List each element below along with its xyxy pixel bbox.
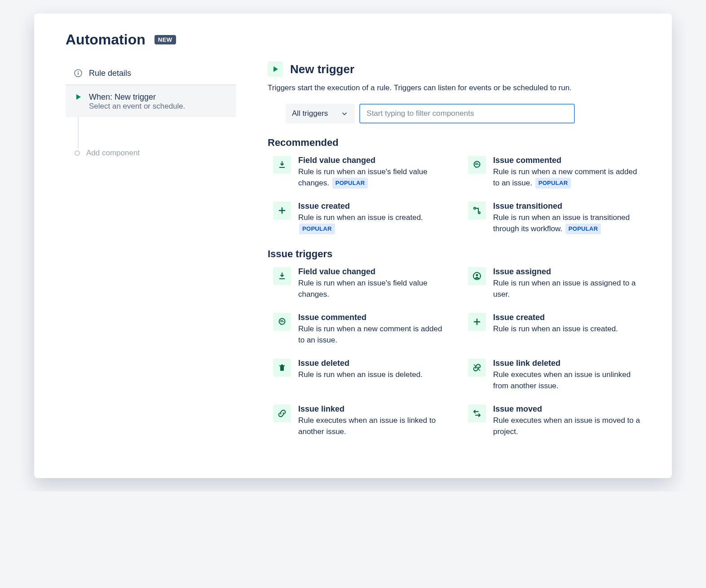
trigger-option[interactable]: Issue commented Rule is run when a new c…	[273, 313, 450, 346]
trigger-option[interactable]: Issue created Rule is run when an issue …	[273, 202, 450, 235]
plus-icon	[468, 313, 486, 331]
component-search-input[interactable]	[359, 104, 575, 123]
sidebar: Rule details When: New trigger Select an…	[66, 61, 236, 451]
trigger-description: Rule is run when a new comment is added …	[298, 323, 450, 346]
chevron-down-icon	[340, 110, 349, 118]
info-icon	[74, 69, 83, 78]
trigger-option[interactable]: Field value changed Rule is run when an …	[273, 156, 450, 189]
circle-icon	[75, 150, 80, 156]
trigger-filter-dropdown[interactable]: All triggers	[286, 104, 355, 123]
trigger-description: Rule is run when an issue is transitione…	[493, 212, 645, 235]
trigger-title: When: New trigger	[89, 92, 228, 102]
page-title: Automation	[66, 31, 146, 48]
trigger-description: Rule is run when an issue is created.	[493, 323, 618, 335]
add-component-label: Add component	[86, 149, 140, 158]
section-title: Issue triggers	[268, 248, 645, 260]
trigger-title: Issue deleted	[298, 359, 423, 368]
move-icon	[468, 404, 486, 422]
trigger-description: Rule executes when an issue is linked to…	[298, 415, 450, 438]
trigger-option[interactable]: Issue transitioned Rule is run when an i…	[468, 202, 645, 235]
trigger-option[interactable]: Issue moved Rule executes when an issue …	[468, 404, 645, 438]
trigger-title: Issue created	[298, 202, 450, 211]
popular-badge: POPULAR	[565, 224, 601, 234]
plus-icon	[273, 202, 291, 219]
trigger-title: Issue linked	[298, 404, 450, 414]
trigger-title: Issue commented	[298, 313, 450, 322]
link-icon	[273, 404, 291, 422]
main-title: New trigger	[290, 62, 354, 76]
trigger-description: Rule is run when an issue is created. PO…	[298, 212, 450, 235]
main-description: Triggers start the execution of a rule. …	[268, 82, 645, 94]
play-icon	[74, 92, 83, 101]
main-content: New trigger Triggers start the execution…	[268, 61, 645, 451]
trigger-title: Field value changed	[298, 156, 450, 165]
download-bar-icon	[273, 267, 291, 285]
trigger-option[interactable]: Field value changed Rule is run when an …	[273, 267, 450, 300]
trigger-description: Rule is run when a new comment is added …	[493, 166, 645, 189]
person-icon	[468, 267, 486, 285]
download-bar-icon	[273, 156, 291, 174]
transition-icon	[468, 202, 486, 219]
comment-icon	[468, 156, 486, 174]
trigger-option[interactable]: Issue deleted Rule is run when an issue …	[273, 359, 450, 392]
trigger-description: Rule is run when an issue is deleted.	[298, 369, 423, 381]
trigger-title: Issue assigned	[493, 267, 645, 276]
trigger-description: Rule executes when an issue is unlinked …	[493, 369, 645, 392]
trigger-description: Rule is run when an issue's field value …	[298, 277, 450, 300]
trigger-subtitle: Select an event or schedule.	[89, 102, 228, 111]
trigger-description: Rule executes when an issue is moved to …	[493, 415, 645, 438]
add-component-button[interactable]: Add component	[66, 149, 236, 158]
trigger-description: Rule is run when an issue's field value …	[298, 166, 450, 189]
play-icon	[268, 61, 283, 77]
trigger-description: Rule is run when an issue is assigned to…	[493, 277, 645, 300]
trigger-option[interactable]: Issue assigned Rule is run when an issue…	[468, 267, 645, 300]
section-title: Recommended	[268, 137, 645, 149]
trigger-title: Issue link deleted	[493, 359, 645, 368]
popular-badge: POPULAR	[299, 224, 335, 234]
popular-badge: POPULAR	[332, 178, 368, 189]
comment-icon	[273, 313, 291, 331]
rule-details-label: Rule details	[89, 69, 228, 78]
trigger-title: Issue transitioned	[493, 202, 645, 211]
trigger-option[interactable]: Issue created Rule is run when an issue …	[468, 313, 645, 346]
dropdown-label: All triggers	[292, 109, 328, 118]
new-badge: NEW	[154, 35, 176, 44]
trash-icon	[273, 359, 291, 377]
trigger-option[interactable]: Issue linked Rule executes when an issue…	[273, 404, 450, 438]
sidebar-item-new-trigger[interactable]: When: New trigger Select an event or sch…	[66, 85, 236, 117]
connector-line	[78, 117, 79, 149]
popular-badge: POPULAR	[535, 178, 571, 189]
trigger-title: Issue moved	[493, 404, 645, 414]
trigger-title: Field value changed	[298, 267, 450, 276]
trigger-option[interactable]: Issue commented Rule is run when a new c…	[468, 156, 645, 189]
trigger-title: Issue commented	[493, 156, 645, 165]
sidebar-item-rule-details[interactable]: Rule details	[66, 61, 236, 85]
trigger-title: Issue created	[493, 313, 618, 322]
trigger-option[interactable]: Issue link deleted Rule executes when an…	[468, 359, 645, 392]
unlink-icon	[468, 359, 486, 377]
